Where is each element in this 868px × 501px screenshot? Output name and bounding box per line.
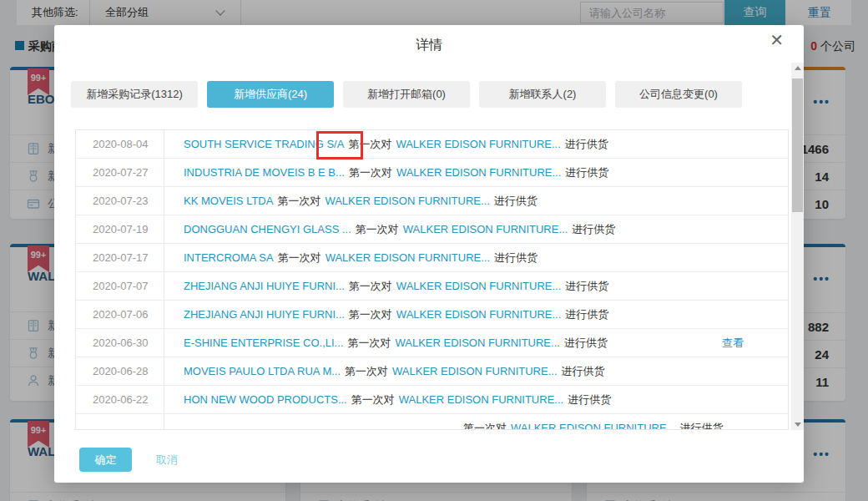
scroll-down-icon[interactable] (791, 418, 804, 430)
target-company-link[interactable]: WALKER EDISON FURNITURE... (396, 280, 561, 292)
target-company-link[interactable]: WALKER EDISON FURNITURE... (325, 195, 489, 207)
item-date: 2020-08-04 (76, 130, 164, 158)
target-company-link[interactable]: WALKER EDISON FURNITURE... (326, 251, 490, 264)
item-suffix: 进行供货 (562, 364, 605, 379)
item-date: 2020-06-28 (76, 357, 164, 385)
modal-tabs: 新增采购记录(1312) 新增供应商(24) 新增打开邮箱(0) 新增联系人(2… (71, 81, 804, 108)
supplier-link[interactable]: HON NEW WOOD PRODUCTS... (184, 393, 347, 406)
item-connector: 第一次对 (349, 165, 392, 180)
list-item: 2020-07-23 KK MOVEIS LTDA第一次对WALKER EDIS… (76, 187, 788, 215)
target-company-link[interactable]: WALKER EDISON FURNITURE... (396, 166, 561, 179)
item-connector: 第一次对 (349, 279, 392, 294)
item-suffix: 进行供货 (572, 222, 615, 237)
view-link[interactable]: 查看 (722, 329, 744, 357)
target-company-link[interactable]: WALKER EDISON FURNITURE... (403, 223, 568, 235)
item-date: 2020-06-30 (76, 329, 164, 357)
item-connector: 第一次对 (349, 307, 392, 322)
item-date: 2020-07-17 (76, 244, 164, 271)
list-item: 2020-07-06 ZHEJIANG ANJI HUIYE FURNI...第… (76, 301, 788, 329)
list-item: 2020-07-17 INTERCROMA SA第一次对WALKER EDISO… (76, 244, 788, 272)
modal-scrollbar[interactable] (791, 63, 804, 430)
item-suffix: 进行供货 (565, 307, 608, 322)
item-suffix: 进行供货 (494, 194, 537, 209)
item-date: 2020-07-07 (76, 272, 164, 300)
item-suffix: 进行供货 (679, 421, 723, 431)
supplier-list: 2020-08-04 SOUTH SERVICE TRADING S/A第一次对… (75, 129, 789, 430)
list-item: 2020-07-07 ZHEJIANG ANJI HUIYE FURNI...第… (76, 272, 788, 301)
supplier-link[interactable]: E-SHINE ENTERPRISE CO.,LI... (184, 337, 343, 349)
item-date: 2020-07-27 (76, 159, 164, 186)
list-item: 2020-06-28 MOVEIS PAULO LTDA RUA M...第一次… (76, 357, 788, 386)
cancel-button[interactable]: 取消 (156, 448, 178, 472)
list-item: 2020-07-19 DONGGUAN CHENGYI GLASS ...第一次… (76, 215, 788, 244)
modal-body: 新增采购记录(1312) 新增供应商(24) 新增打开邮箱(0) 新增联系人(2… (54, 63, 804, 430)
item-connector: 第一次对 (347, 336, 391, 351)
list-item: 2020-06-30 E-SHINE ENTERPRISE CO.,LI...第… (76, 329, 788, 357)
tab-new-contacts[interactable]: 新增联系人(2) (479, 81, 606, 108)
confirm-button[interactable]: 确定 (79, 448, 132, 472)
item-date: 2020-07-19 (76, 215, 164, 243)
close-icon[interactable]: ✕ (770, 32, 784, 48)
tab-new-suppliers[interactable]: 新增供应商(24) (207, 81, 334, 108)
item-date (76, 414, 164, 430)
annotation-highlight-box (316, 131, 363, 159)
supplier-link[interactable]: ZHEJIANG ANJI HUIYE FURNI... (184, 280, 345, 292)
item-suffix: 进行供货 (565, 165, 608, 180)
item-date: 2020-07-06 (76, 301, 164, 328)
item-suffix: 进行供货 (494, 250, 537, 266)
list-item: 2020-06-22 HON NEW WOOD PRODUCTS...第一次对W… (76, 386, 788, 414)
item-connector: 第一次对 (278, 250, 321, 266)
item-suffix: 进行供货 (565, 137, 608, 152)
target-company-link[interactable]: WALKER EDISON FURNITURE... (396, 138, 560, 150)
scrollbar-thumb[interactable] (792, 78, 803, 212)
item-connector: 第一次对 (277, 194, 320, 209)
modal-footer: 确定 取消 (54, 448, 804, 483)
scroll-up-icon[interactable] (791, 63, 804, 74)
item-connector: 第一次对 (356, 222, 399, 237)
item-connector: 第一次对 (463, 421, 507, 431)
item-suffix: 进行供货 (565, 279, 608, 294)
supplier-link[interactable]: MOVEIS PAULO LTDA RUA M... (184, 365, 341, 377)
item-date: 2020-06-22 (76, 386, 164, 413)
supplier-link[interactable]: INDUSTRIA DE MOVEIS B E B... (184, 166, 345, 179)
item-date: 2020-07-23 (76, 187, 164, 215)
modal-title: 详情 (54, 25, 804, 54)
item-suffix: 进行供货 (564, 336, 608, 351)
details-modal: 详情 ✕ 新增采购记录(1312) 新增供应商(24) 新增打开邮箱(0) 新增… (54, 25, 804, 483)
target-company-link[interactable]: WALKER EDISON FURNITURE... (395, 337, 559, 349)
item-suffix: 进行供货 (568, 392, 611, 407)
supplier-link[interactable]: DONGGUAN CHENGYI GLASS ... (184, 223, 351, 235)
app-screen: 其他筛选: 全部分组 查询 重置 采购商 0 个公司 99+ EBOX 新增采购… (0, 0, 868, 501)
list-item: 2020-07-27 INDUSTRIA DE MOVEIS B E B...第… (76, 159, 788, 187)
tab-new-opened-mailboxes[interactable]: 新增打开邮箱(0) (343, 81, 470, 108)
list-item: 2020-08-04 SOUTH SERVICE TRADING S/A第一次对… (76, 130, 788, 159)
tab-company-info-changes[interactable]: 公司信息变更(0) (615, 81, 742, 108)
supplier-link[interactable]: INTERCROMA SA (184, 251, 274, 264)
supplier-link[interactable]: KK MOVEIS LTDA (184, 195, 273, 207)
item-connector: 第一次对 (351, 392, 395, 407)
list-item: 第一次对WALKER EDISON FURNITURE...进行供货 (76, 414, 788, 430)
tab-new-purchase-records[interactable]: 新增采购记录(1312) (71, 81, 198, 108)
target-company-link[interactable]: WALKER EDISON FURNITURE... (396, 308, 561, 321)
item-connector: 第一次对 (345, 364, 388, 379)
target-company-link[interactable]: WALKER EDISON FURNITURE... (511, 422, 675, 430)
target-company-link[interactable]: WALKER EDISON FURNITURE... (392, 365, 557, 377)
supplier-link[interactable]: ZHEJIANG ANJI HUIYE FURNI... (184, 308, 345, 321)
target-company-link[interactable]: WALKER EDISON FURNITURE... (399, 393, 563, 406)
